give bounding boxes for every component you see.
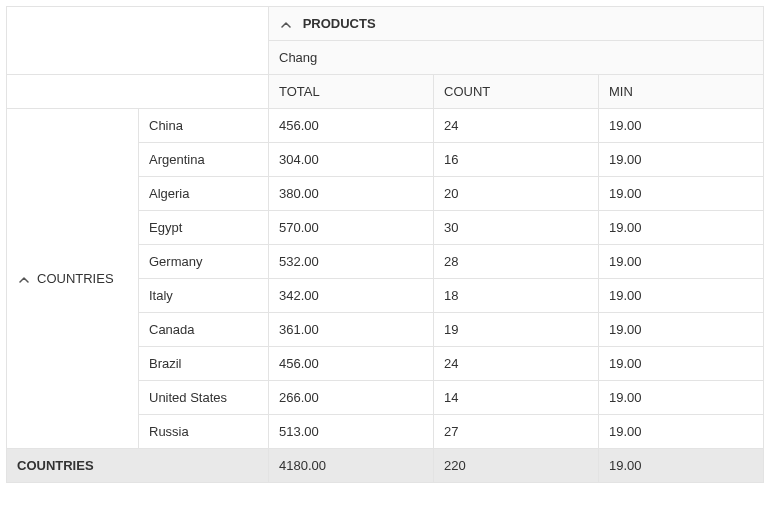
cell-total: 570.00 — [269, 211, 434, 245]
cell-min: 19.00 — [599, 245, 764, 279]
column-group-products-toggle[interactable]: PRODUCTS — [269, 7, 764, 41]
cell-total: 361.00 — [269, 313, 434, 347]
cell-min: 19.00 — [599, 177, 764, 211]
row-header-country[interactable]: United States — [139, 381, 269, 415]
cell-total: 266.00 — [269, 381, 434, 415]
cell-count: 14 — [434, 381, 599, 415]
cell-min: 19.00 — [599, 143, 764, 177]
cell-min: 19.00 — [599, 381, 764, 415]
cell-count: 19 — [434, 313, 599, 347]
cell-total: 513.00 — [269, 415, 434, 449]
cell-total: 342.00 — [269, 279, 434, 313]
row-header-country[interactable]: Italy — [139, 279, 269, 313]
cell-min: 19.00 — [599, 347, 764, 381]
row-header-country[interactable]: Egypt — [139, 211, 269, 245]
chevron-up-icon — [279, 16, 293, 31]
cell-total: 456.00 — [269, 347, 434, 381]
cell-count: 20 — [434, 177, 599, 211]
row-group-countries-toggle[interactable]: COUNTRIES — [7, 109, 139, 449]
cell-count: 18 — [434, 279, 599, 313]
row-header-country[interactable]: Germany — [139, 245, 269, 279]
header-blank-row-area — [7, 75, 269, 109]
cell-min: 19.00 — [599, 211, 764, 245]
cell-min: 19.00 — [599, 313, 764, 347]
pivot-table: PRODUCTS Chang TOTAL COUNT MIN COUNTRIES… — [6, 6, 764, 483]
cell-min: 19.00 — [599, 279, 764, 313]
cell-total: 532.00 — [269, 245, 434, 279]
cell-count: 24 — [434, 109, 599, 143]
footer-count: 220 — [434, 449, 599, 483]
footer-total: 4180.00 — [269, 449, 434, 483]
cell-count: 30 — [434, 211, 599, 245]
footer-min: 19.00 — [599, 449, 764, 483]
row-header-country[interactable]: China — [139, 109, 269, 143]
row-group-countries-label: COUNTRIES — [37, 271, 114, 286]
row-header-country[interactable]: Canada — [139, 313, 269, 347]
cell-count: 27 — [434, 415, 599, 449]
cell-count: 16 — [434, 143, 599, 177]
row-header-country[interactable]: Russia — [139, 415, 269, 449]
cell-total: 380.00 — [269, 177, 434, 211]
cell-count: 24 — [434, 347, 599, 381]
chevron-up-icon — [17, 271, 31, 286]
cell-min: 19.00 — [599, 415, 764, 449]
cell-min: 19.00 — [599, 109, 764, 143]
cell-total: 456.00 — [269, 109, 434, 143]
column-header-product-name[interactable]: Chang — [269, 41, 764, 75]
header-blank-top-left — [7, 7, 269, 75]
footer-row-countries: COUNTRIES 4180.00 220 19.00 — [7, 449, 764, 483]
row-header-country[interactable]: Brazil — [139, 347, 269, 381]
row-header-country[interactable]: Algeria — [139, 177, 269, 211]
row-header-country[interactable]: Argentina — [139, 143, 269, 177]
column-group-products-label: PRODUCTS — [303, 16, 376, 31]
column-header-total[interactable]: TOTAL — [269, 75, 434, 109]
footer-label: COUNTRIES — [7, 449, 269, 483]
column-header-count[interactable]: COUNT — [434, 75, 599, 109]
cell-total: 304.00 — [269, 143, 434, 177]
cell-count: 28 — [434, 245, 599, 279]
column-header-min[interactable]: MIN — [599, 75, 764, 109]
table-row: COUNTRIESChina456.002419.00 — [7, 109, 764, 143]
